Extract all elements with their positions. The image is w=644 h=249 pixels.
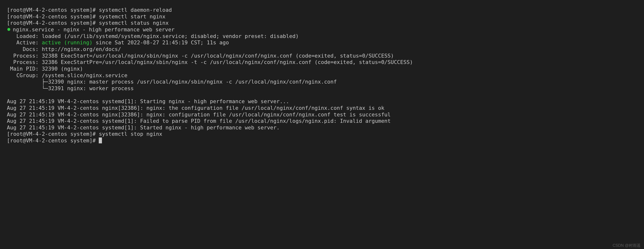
status-process-line: Process: 32386 ExecStartPre=/usr/local/n… xyxy=(7,59,637,66)
command-text: systemctl start nginx xyxy=(99,14,166,20)
shell-prompt: [root@VM-4-2-centos system]# xyxy=(7,7,99,13)
command-text: systemctl status nginx xyxy=(99,20,168,26)
status-tree-line: ├─32390 nginx: master process /usr/local… xyxy=(7,79,637,85)
status-service-line: nginx.service - nginx - high performance… xyxy=(7,26,637,33)
command-text: systemctl stop nginx xyxy=(99,131,162,137)
blank-line xyxy=(7,92,637,98)
status-docs-line: Docs: http://nginx.org/en/docs/ xyxy=(7,46,637,53)
prompt-line: [root@VM-4-2-centos system]# systemctl s… xyxy=(7,20,637,26)
shell-prompt: [root@VM-4-2-centos system]# xyxy=(7,131,99,137)
status-active-line: Active: active (running) since Sat 2022-… xyxy=(7,40,637,46)
active-state: active (running) xyxy=(42,40,92,46)
shell-prompt: [root@VM-4-2-centos system]# xyxy=(7,14,99,20)
log-line: Aug 27 21:45:19 VM-4-2-centos nginx[3238… xyxy=(7,112,637,118)
prompt-line: [root@VM-4-2-centos system]# systemctl s… xyxy=(7,14,637,20)
log-line: Aug 27 21:45:19 VM-4-2-centos systemd[1]… xyxy=(7,98,637,105)
active-label: Active: xyxy=(7,40,42,46)
command-text: systemctl daemon-reload xyxy=(99,7,172,13)
prompt-line: [root@VM-4-2-centos system]# systemctl d… xyxy=(7,7,637,14)
terminal-window[interactable]: [root@VM-4-2-centos system]# systemctl d… xyxy=(2,2,642,241)
log-line: Aug 27 21:45:19 VM-4-2-centos nginx[3238… xyxy=(7,105,637,112)
status-dot-icon xyxy=(7,28,10,31)
status-mainpid-line: Main PID: 32390 (nginx) xyxy=(7,66,637,72)
status-process-line: Process: 32388 ExecStart=/usr/local/ngin… xyxy=(7,53,637,59)
shell-prompt: [root@VM-4-2-centos system]# xyxy=(7,138,99,144)
watermark-label: CSDN @村雨遥 xyxy=(613,243,640,248)
service-name: nginx.service - nginx - high performance… xyxy=(13,26,174,32)
cursor-icon xyxy=(99,138,102,143)
prompt-line: [root@VM-4-2-centos system]# systemctl s… xyxy=(7,131,637,138)
status-cgroup-line: CGroup: /system.slice/nginx.service xyxy=(7,72,637,79)
shell-prompt: [root@VM-4-2-centos system]# xyxy=(7,20,99,26)
log-line: Aug 27 21:45:19 VM-4-2-centos systemd[1]… xyxy=(7,124,637,131)
status-loaded-line: Loaded: loaded (/usr/lib/systemd/system/… xyxy=(7,33,637,40)
active-since: since Sat 2022-08-27 21:45:19 CST; 11s a… xyxy=(93,40,229,46)
prompt-line[interactable]: [root@VM-4-2-centos system]# xyxy=(7,138,637,144)
status-tree-line: └─32391 nginx: worker process xyxy=(7,85,637,92)
log-line: Aug 27 21:45:19 VM-4-2-centos systemd[1]… xyxy=(7,118,637,124)
